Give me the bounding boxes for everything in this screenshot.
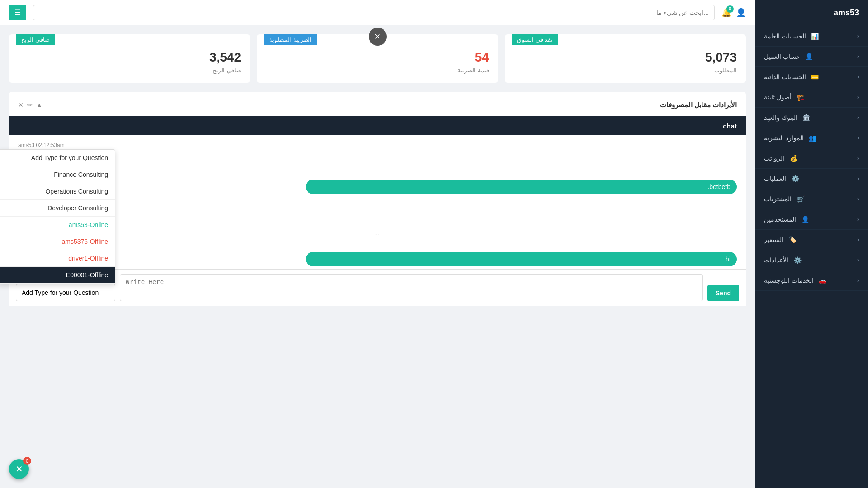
chart-title: الأيرادات مقابل المصروفات [660, 101, 737, 109]
sidebar: ams53 ‹ 📊 الحسابات العامة ‹ 👤 حساب العمي… [755, 0, 868, 488]
sidebar-icon-users: 👤 [801, 215, 810, 224]
sidebar-label-users: المستخدمين [764, 216, 796, 223]
sidebar-item-operations[interactable]: ‹ ⚙️ العمليات [755, 169, 868, 189]
type-select[interactable]: Add Type for your Question [16, 284, 115, 301]
sidebar-label-purchases: المشتريات [764, 195, 792, 203]
notification-badge: 0 [726, 5, 734, 13]
notification-button[interactable]: 🔔 0 [721, 8, 731, 18]
chat-footer: Send Add Type for your QuestionFinance C… [9, 269, 746, 306]
sidebar-label-logistics: الخدمات اللوجستية [764, 277, 814, 284]
chevron-icon-banks-contracts: ‹ [857, 114, 859, 121]
sidebar-item-logistics[interactable]: ‹ 🚗 الخدمات اللوجستية [755, 270, 868, 291]
sidebar-item-salaries[interactable]: ‹ 💰 الرواتب [755, 148, 868, 169]
sidebar-label-salaries: الرواتب [764, 155, 784, 162]
type-dropdown: Add Type for your QuestionFinance Consul… [0, 149, 115, 284]
sidebar-item-client-account[interactable]: ‹ 👤 حساب العميل [755, 47, 868, 67]
sidebar-item-purchases[interactable]: ‹ 🛒 المشتريات [755, 189, 868, 209]
chat-text-input[interactable] [120, 274, 703, 301]
sidebar-item-hr[interactable]: ‹ 👥 الموارد البشرية [755, 128, 868, 148]
sidebar-label-hr: الموارد البشرية [764, 134, 804, 142]
chevron-icon-fixed-assets: ‹ [857, 94, 859, 100]
chat-separator: -- [18, 230, 737, 237]
chevron-icon-hr: ‹ [857, 135, 859, 141]
dropdown-item-ams53-online[interactable]: ams53-Online [0, 217, 115, 233]
sidebar-item-banks-contracts[interactable]: ‹ 🏛️ البنوك والعهد [755, 108, 868, 128]
chat-header: chat [9, 117, 746, 135]
chat-overlay: chat ams53 02:12:53am betbetb. [9, 116, 746, 306]
chat-message-3: ams53 07:49:44am hi. [18, 201, 737, 223]
sidebar-label-pricing: التسعير [764, 236, 783, 243]
sidebar-item-content-operations: ⚙️ العمليات [764, 174, 800, 183]
chevron-icon-client-account: ‹ [857, 53, 859, 60]
sidebar-icon-operations: ⚙️ [791, 174, 800, 183]
cards-row: نقد في السوق 5,073 المطلوب ✕ الضريبة الم… [9, 34, 746, 83]
sidebar-item-users[interactable]: ‹ 👤 المستخدمين [755, 209, 868, 230]
card-cash-label: المطلوب [514, 67, 737, 74]
sidebar-label-creditor-accounts: الحسابات الدائنة [764, 73, 806, 81]
sidebar-item-settings[interactable]: ‹ ⚙️ الأعدادات [755, 250, 868, 270]
content-area: نقد في السوق 5,073 المطلوب ✕ الضريبة الم… [0, 25, 755, 488]
menu-button[interactable]: ☰ [9, 5, 26, 20]
sidebar-item-creditor-accounts[interactable]: ‹ 💳 الحسابات الدائنة [755, 67, 868, 87]
dropdown-item-driver1-offline[interactable]: driver1-Offline [0, 250, 115, 267]
card-profit: صافي الربح 3,542 صافي الربح [9, 34, 250, 83]
topbar: 🔔 0 👤 ☰ [0, 0, 755, 25]
sidebar-icon-banks-contracts: 🏛️ [802, 113, 811, 122]
card-tax-value: 54 [266, 50, 489, 65]
sidebar-item-pricing[interactable]: ‹ 🏷️ التسعير [755, 230, 868, 250]
card-cash-badge: نقد في السوق [512, 34, 558, 45]
sidebar-item-general-accounts[interactable]: ‹ 📊 الحسابات العامة [755, 26, 868, 47]
chat-msg-meta-1: ams53 02:12:53am [18, 142, 65, 148]
sidebar-label-settings: الأعدادات [764, 256, 788, 264]
sidebar-item-content-users: 👤 المستخدمين [764, 215, 810, 224]
dropdown-item-ams5376-offline[interactable]: ams5376-Offline [0, 233, 115, 250]
chat-messages: ams53 02:12:53am betbetb. ams53 02:12:53… [9, 135, 746, 269]
chat-msg-meta-2: ams53 02:12:53am [18, 171, 737, 178]
fab-badge: 0 [23, 457, 31, 465]
sidebar-icon-settings: ⚙️ [793, 256, 802, 265]
chart-section: الأيرادات مقابل المصروفات ▲ ✏ ✕ 5,000 3,… [9, 92, 746, 306]
chart-collapse-btn[interactable]: ▲ [36, 101, 43, 109]
chat-title: chat [723, 122, 737, 130]
chat-bubble-2: betbetb. [306, 180, 737, 194]
card-tax: ✕ الضريبة المطلوبة 54 قيمة الضريبة [257, 34, 498, 83]
chevron-icon-users: ‹ [857, 216, 859, 223]
sidebar-item-content-settings: ⚙️ الأعدادات [764, 256, 802, 265]
dropdown-item-finance-consulting[interactable]: Finance Consulting [0, 166, 115, 183]
dropdown-item-operations-consulting[interactable]: Operations Consulting [0, 183, 115, 200]
sidebar-icon-purchases: 🛒 [796, 194, 805, 204]
sidebar-icon-pricing: 🏷️ [788, 235, 797, 244]
topbar-right-icons: 🔔 0 👤 [721, 8, 746, 18]
card-tax-badge: الضريبة المطلوبة [264, 34, 317, 45]
sidebar-item-content-general-accounts: 📊 الحسابات العامة [764, 32, 820, 41]
chat-message-4: ams53 07:49:44am hi. [18, 244, 737, 266]
chevron-icon-pricing: ‹ [857, 237, 859, 243]
card-profit-value: 3,542 [18, 50, 241, 65]
dropdown-item-add-type-for-your-question[interactable]: Add Type for your Question [0, 150, 115, 166]
sidebar-icon-creditor-accounts: 💳 [811, 72, 820, 81]
sidebar-icon-client-account: 👤 [805, 52, 814, 61]
chart-close-btn[interactable]: ✕ [18, 101, 24, 109]
chat-bubble-4: hi. [306, 252, 737, 266]
fab-button[interactable]: ✕ 0 [9, 459, 29, 479]
chart-edit-btn[interactable]: ✏ [27, 101, 33, 109]
send-button[interactable]: Send [707, 285, 739, 301]
sidebar-icon-fixed-assets: 🏗️ [796, 93, 805, 102]
sidebar-item-content-logistics: 🚗 الخدمات اللوجستية [764, 276, 827, 285]
dropdown-item-developer-consulting[interactable]: Developer Consulting [0, 200, 115, 217]
user-icon-button[interactable]: 👤 [736, 8, 746, 18]
sidebar-item-content-salaries: 💰 الرواتب [764, 154, 798, 163]
chevron-icon-purchases: ‹ [857, 196, 859, 202]
chevron-icon-settings: ‹ [857, 257, 859, 263]
fab-icon: ✕ [15, 464, 23, 474]
sidebar-item-content-client-account: 👤 حساب العميل [764, 52, 814, 61]
search-input[interactable] [33, 5, 715, 20]
sidebar-item-fixed-assets[interactable]: ‹ 🏗️ أصول ثابتة [755, 87, 868, 108]
sidebar-item-content-creditor-accounts: 💳 الحسابات الدائنة [764, 72, 820, 81]
close-circle-button[interactable]: ✕ [369, 28, 387, 46]
dropdown-item-e00001-offline[interactable]: E00001-Offline [0, 267, 115, 284]
chart-actions: ▲ ✏ ✕ [18, 101, 43, 109]
sidebar-label-fixed-assets: أصول ثابتة [764, 94, 792, 101]
sidebar-label-banks-contracts: البنوك والعهد [764, 114, 797, 121]
sidebar-label-operations: العمليات [764, 175, 786, 182]
